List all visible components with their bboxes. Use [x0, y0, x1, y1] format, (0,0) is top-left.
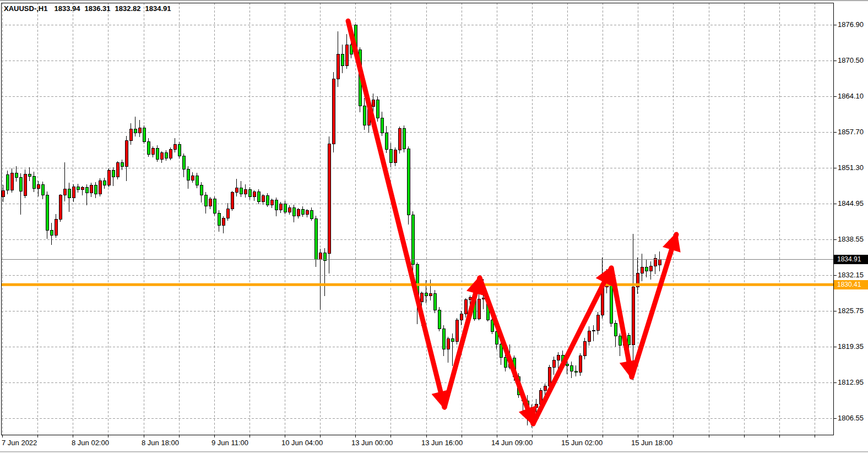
candle-bearish [433, 294, 436, 310]
candle-bullish [447, 339, 449, 349]
candle-bearish [442, 329, 445, 349]
candle-bullish [279, 204, 282, 210]
candle-bearish [156, 148, 159, 159]
candle-bullish [209, 199, 211, 206]
trend-arrow[interactable] [348, 21, 444, 407]
open-value: 1833.94 [54, 4, 80, 13]
candle-bearish [6, 174, 9, 190]
time-axis-label: 8 Jun 02:00 [72, 439, 109, 447]
candle-bullish [59, 195, 62, 220]
price-axis-label: 1870.50 [838, 56, 868, 65]
candle-bullish [244, 190, 247, 194]
candle-bearish [292, 207, 295, 216]
candle-bearish [411, 215, 414, 264]
zigzag-arrows[interactable] [348, 21, 676, 424]
price-axis-label: 1819.35 [838, 342, 868, 351]
time-axis-label: 10 Jun 04:00 [281, 439, 323, 447]
candle-bullish [583, 342, 586, 355]
candle-bullish [641, 267, 643, 274]
candle-bullish [398, 129, 401, 150]
candle-bullish [297, 209, 300, 216]
candle-bullish [288, 207, 291, 212]
high-value: 1836.31 [84, 4, 110, 13]
trend-arrow[interactable] [632, 234, 676, 377]
candle-bearish [619, 336, 621, 346]
candle-bullish [482, 298, 485, 299]
candle-bullish [469, 298, 471, 300]
trend-arrow[interactable] [533, 268, 611, 424]
candle-bullish [125, 140, 128, 167]
candle-bullish [345, 45, 348, 66]
candle-bullish [226, 209, 229, 218]
candle-bullish [535, 404, 538, 408]
candle-bullish [63, 189, 66, 195]
candle-bullish [464, 300, 467, 314]
candle-bearish [425, 293, 427, 296]
candle-bullish [394, 150, 397, 163]
plot-border [2, 3, 834, 435]
candle-bullish [429, 294, 432, 296]
candle-bearish [178, 144, 181, 156]
candle-bearish [187, 169, 189, 180]
candle-bullish [262, 196, 264, 202]
candle-bullish [579, 355, 582, 372]
candle-bullish [557, 355, 560, 360]
time-axis-label: 7 Jun 2022 [2, 439, 37, 447]
candle-bearish [574, 371, 577, 373]
candle-bullish [372, 100, 375, 106]
candle-bullish [138, 128, 141, 133]
price-axis-label: 1806.55 [838, 414, 868, 423]
candle-bullish [99, 180, 101, 194]
price-axis-label: 1876.90 [838, 20, 868, 29]
candle-bullish [160, 153, 163, 160]
candle-bearish [275, 200, 278, 210]
candle-bullish [129, 129, 132, 140]
candle-bearish [32, 176, 35, 188]
candle-bearish [385, 133, 388, 149]
candle-bearish [19, 177, 22, 191]
candle-bullish [151, 148, 154, 154]
candle-bullish [72, 187, 75, 198]
candle-bearish [614, 323, 617, 336]
candle-bearish [376, 100, 379, 118]
candle-bearish [389, 149, 392, 162]
chart-ohlc-header: XAUUSD-,H11833.941836.311832.821834.91 [4, 4, 175, 13]
candle-bullish [552, 360, 555, 367]
candle-bullish [173, 144, 176, 149]
time-axis-label: 13 Jun 16:00 [421, 439, 463, 447]
candle-bearish [103, 180, 106, 185]
candle-bullish [270, 200, 273, 205]
axis-ticks [3, 25, 837, 438]
candle-bearish [28, 174, 31, 176]
candle-bearish [438, 310, 441, 329]
chart-surface[interactable] [0, 0, 868, 454]
price-axis-label: 1864.10 [838, 92, 868, 101]
candle-bearish [500, 344, 502, 357]
candle-bullish [55, 219, 57, 235]
trend-arrow[interactable] [480, 278, 533, 424]
candle-bullish [24, 174, 26, 196]
candle-bearish [610, 282, 612, 323]
candle-bullish [328, 144, 330, 253]
candle-bullish [306, 210, 308, 214]
candle-bullish [632, 287, 634, 345]
candle-bullish [548, 368, 551, 386]
candle-bullish [478, 299, 480, 319]
candle-bearish [363, 106, 366, 125]
candle-bearish [451, 339, 454, 342]
candle-bearish [407, 149, 410, 215]
time-axis-label: 14 Jun 09:00 [491, 439, 533, 447]
candle-bullish [460, 314, 463, 320]
candle-bullish [649, 266, 652, 271]
candle-bearish [218, 213, 220, 225]
candle-bearish [196, 176, 198, 185]
candle-bullish [222, 218, 225, 225]
candle-bearish [310, 210, 313, 218]
time-axis-label: 13 Jun 00:00 [351, 439, 393, 447]
time-axis-label: 15 Jun 18:00 [631, 439, 672, 447]
hline-price-tag: 1830.41 [834, 280, 868, 289]
candle-bearish [204, 195, 207, 206]
price-axis-label: 1851.30 [838, 163, 868, 172]
candle-bullish [107, 170, 110, 185]
candle-bearish [112, 170, 115, 177]
